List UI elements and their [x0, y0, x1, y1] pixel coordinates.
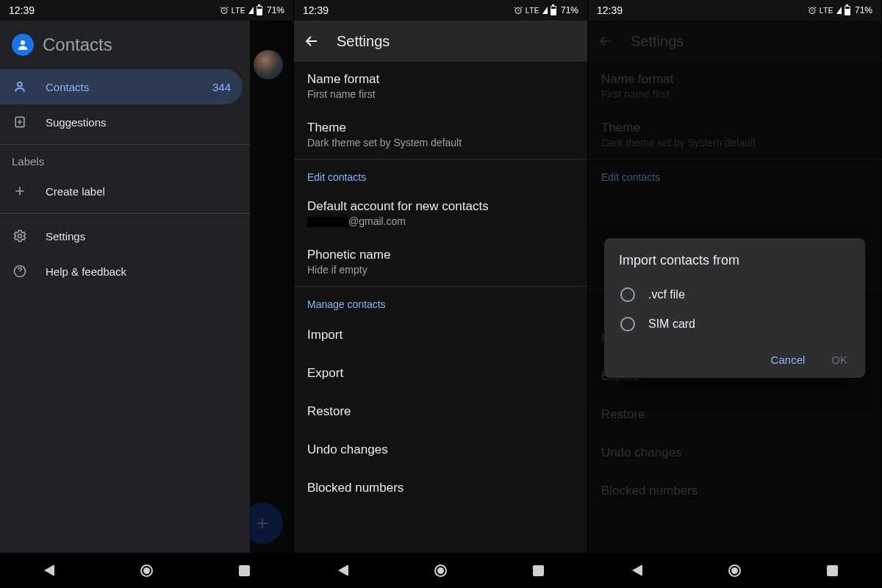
status-time: 12:39 [597, 4, 623, 16]
drawer-title: Contacts [43, 35, 112, 55]
drawer-item-contacts[interactable]: Contacts 344 [0, 69, 243, 104]
signal-icon [836, 7, 842, 14]
navigation-drawer: Contacts Contacts 344 Suggestions Labels… [0, 21, 250, 553]
nav-home-button[interactable] [720, 556, 750, 585]
nav-back-button[interactable] [35, 556, 64, 585]
nav-home-button[interactable] [426, 556, 456, 585]
help-icon [12, 264, 28, 279]
nav-recents-button[interactable] [818, 556, 847, 585]
setting-default-account[interactable]: Default account for new contacts @gmail.… [294, 189, 587, 237]
gear-icon [12, 229, 28, 243]
status-time: 12:39 [9, 4, 35, 16]
nav-back-button[interactable] [329, 556, 358, 585]
svg-point-4 [18, 234, 22, 238]
drawer-item-label: Help & feedback [46, 265, 126, 278]
drawer-item-suggestions[interactable]: Suggestions [0, 104, 250, 140]
setting-theme[interactable]: Theme Dark theme set by System default [294, 110, 587, 159]
network-lte-label: LTE [820, 7, 833, 15]
radio-icon [620, 317, 635, 331]
signal-icon [248, 7, 254, 14]
setting-import[interactable]: Import [294, 316, 587, 354]
network-lte-label: LTE [526, 7, 539, 15]
setting-restore[interactable]: Restore [294, 392, 587, 431]
alarm-icon [514, 6, 523, 15]
dialog-cancel-button[interactable]: Cancel [768, 349, 808, 370]
dialog-option-vcf[interactable]: .vcf file [619, 280, 850, 309]
nav-recents-button[interactable] [524, 556, 553, 585]
status-time: 12:39 [303, 4, 329, 16]
network-lte-label: LTE [232, 7, 245, 15]
battery-icon [257, 6, 262, 15]
battery-icon [845, 6, 850, 15]
battery-percent: 71% [855, 5, 872, 15]
drawer-item-label: Settings [46, 230, 85, 243]
system-nav-bar [588, 553, 881, 588]
drawer-item-label: Suggestions [46, 116, 107, 129]
drawer-item-settings[interactable]: Settings [0, 218, 250, 254]
settings-list: Name format First name first Theme Dark … [294, 62, 587, 553]
status-bar: 12:39 LTE 71% [294, 0, 587, 21]
screenshot-panel-1: 12:39 LTE 71% + Contacts Co [0, 0, 294, 588]
drawer-item-help[interactable]: Help & feedback [0, 254, 250, 289]
radio-icon [620, 287, 635, 302]
contacts-app-icon [12, 34, 34, 56]
battery-percent: 71% [267, 5, 284, 15]
drawer-item-label: Create label [46, 185, 105, 198]
suggestions-icon [12, 115, 28, 129]
drawer-section-labels: Labels [0, 149, 250, 173]
battery-percent: 71% [561, 5, 578, 15]
alarm-icon [220, 6, 229, 15]
system-nav-bar [0, 553, 293, 588]
nav-home-button[interactable] [132, 556, 162, 585]
divider [0, 144, 250, 145]
plus-icon [12, 184, 28, 198]
svg-point-1 [21, 40, 25, 45]
screenshot-panel-2: 12:39 LTE 71% Settings Name format First… [294, 0, 588, 588]
contacts-count: 344 [212, 81, 231, 93]
status-bar: 12:39 LTE 71% [588, 0, 881, 21]
system-nav-bar [294, 553, 587, 588]
setting-phonetic-name[interactable]: Phonetic name Hide if empty [294, 237, 587, 286]
default-account-email: @gmail.com [307, 215, 574, 227]
setting-export[interactable]: Export [294, 354, 587, 392]
dialog-option-sim[interactable]: SIM card [619, 309, 850, 339]
svg-point-2 [18, 82, 22, 87]
dialog-title: Import contacts from [619, 253, 850, 268]
import-contacts-dialog: Import contacts from .vcf file SIM card … [604, 238, 865, 378]
settings-appbar: Settings [294, 21, 587, 62]
person-icon [12, 79, 28, 94]
redacted-email-local [307, 217, 348, 227]
dialog-ok-button[interactable]: OK [828, 349, 850, 370]
setting-blocked-numbers[interactable]: Blocked numbers [294, 469, 587, 507]
alarm-icon [808, 6, 817, 15]
drawer-item-label: Contacts [46, 81, 89, 93]
drawer-header: Contacts [0, 21, 250, 69]
battery-icon [551, 6, 556, 15]
divider [0, 213, 250, 214]
status-bar: 12:39 LTE 71% [0, 0, 293, 21]
back-button[interactable] [303, 32, 320, 50]
screenshot-panel-3: 12:39 LTE 71% Settings Name format F [588, 0, 882, 588]
signal-icon [542, 7, 548, 14]
nav-back-button[interactable] [623, 556, 652, 585]
setting-name-format[interactable]: Name format First name first [294, 62, 587, 110]
setting-undo-changes[interactable]: Undo changes [294, 431, 587, 469]
section-manage-contacts: Manage contacts [294, 287, 587, 316]
nav-recents-button[interactable] [230, 556, 259, 585]
drawer-item-create-label[interactable]: Create label [0, 173, 250, 209]
page-title: Settings [337, 33, 390, 50]
section-edit-contacts: Edit contacts [294, 159, 587, 189]
